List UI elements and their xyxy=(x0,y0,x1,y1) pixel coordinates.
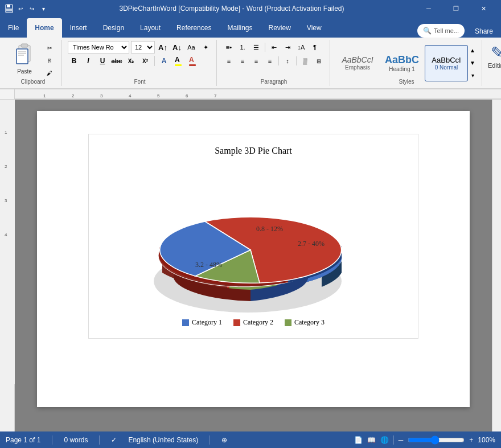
styles-group: AaBbCcI Emphasis AaBbC Heading 1 AaBbCcI… xyxy=(331,40,482,86)
paragraph-group: ≡• 1. ☰ ⇤ ⇥ ↕A ¶ ≡ ≡ ≡ ≡ ↕ ▒ ⊞ Paragraph xyxy=(218,40,330,86)
window-controls: ─ ❐ ✕ xyxy=(416,0,496,17)
proofing-icon[interactable]: ✓ xyxy=(111,436,117,444)
font-name-select[interactable]: Times New Ro xyxy=(68,41,129,54)
svg-rect-17 xyxy=(0,100,15,384)
superscript-button[interactable]: X² xyxy=(139,55,151,67)
tab-review[interactable]: Review xyxy=(260,18,298,38)
align-center-button[interactable]: ≡ xyxy=(236,55,249,67)
increase-indent-button[interactable]: ⇥ xyxy=(281,41,294,54)
title-bar: ↩ ↪ ▾ 3DPieChartInWord [Compatibility Mo… xyxy=(0,0,501,17)
text-highlight-button[interactable]: A xyxy=(172,55,184,67)
chart-container: Sample 3D Pie Chart xyxy=(88,134,418,339)
subscript-button[interactable]: X₂ xyxy=(125,55,137,67)
tell-me-label: Tell me... xyxy=(434,27,459,34)
svg-text:2: 2 xyxy=(72,93,75,98)
font-row-1: Times New Ro 12 A↑ A↓ Aa ✦ xyxy=(68,41,212,54)
style-emphasis[interactable]: AaBbCcI Emphasis xyxy=(336,45,379,81)
tab-insert[interactable]: Insert xyxy=(62,18,95,38)
change-case-button[interactable]: Aa xyxy=(185,41,198,54)
underline-button[interactable]: U xyxy=(96,55,109,67)
legend-color-2 xyxy=(233,319,240,326)
tab-file[interactable]: File xyxy=(0,18,27,38)
svg-text:3: 3 xyxy=(5,198,7,203)
align-left-button[interactable]: ≡ xyxy=(223,55,235,67)
para-row-1: ≡• 1. ☰ ⇤ ⇥ ↕A ¶ xyxy=(223,41,325,54)
cut-button[interactable]: ✂ xyxy=(42,42,57,54)
svg-text:7: 7 xyxy=(214,93,217,98)
decrease-indent-button[interactable]: ⇤ xyxy=(268,41,280,54)
zoom-slider[interactable] xyxy=(408,435,465,445)
restore-button[interactable]: ❐ xyxy=(443,0,469,17)
svg-rect-4 xyxy=(21,44,28,47)
share-button[interactable]: Share xyxy=(467,25,501,38)
tab-references[interactable]: References xyxy=(169,18,219,38)
svg-rect-2 xyxy=(6,9,12,11)
main-area: 1 2 3 4 Sample 3D Pie Chart xyxy=(0,100,501,431)
clear-format-button[interactable]: ✦ xyxy=(199,41,212,54)
style-normal[interactable]: AaBbCcI 0 Normal xyxy=(425,45,468,81)
tab-mailings[interactable]: Mailings xyxy=(219,18,260,38)
tab-view[interactable]: View xyxy=(299,18,330,38)
editing-label: Editing xyxy=(488,62,501,69)
style-heading1[interactable]: AaBbC Heading 1 xyxy=(380,45,424,81)
view-web-icon[interactable]: 🌐 xyxy=(380,436,389,444)
legend-label-2: Category 2 xyxy=(243,318,273,327)
multilevel-list-button[interactable]: ☰ xyxy=(250,41,262,54)
bullets-button[interactable]: ≡• xyxy=(223,41,235,54)
customize-icon[interactable]: ▾ xyxy=(39,4,48,13)
undo-icon[interactable]: ↩ xyxy=(16,4,25,13)
line-spacing-button[interactable]: ↕ xyxy=(281,55,294,67)
legend-item-3: Category 3 xyxy=(285,318,325,327)
font-color-button[interactable]: A xyxy=(186,55,199,67)
justify-button[interactable]: ≡ xyxy=(264,55,276,67)
tab-home[interactable]: Home xyxy=(27,18,61,38)
copy-button[interactable]: ⎘ xyxy=(42,55,57,66)
status-sep-1 xyxy=(52,435,52,445)
strikethrough-button[interactable]: abc xyxy=(110,55,123,67)
status-right: 📄 📖 🌐 ─ + 100% xyxy=(354,435,495,445)
vertical-scrollbar[interactable] xyxy=(492,100,501,431)
redo-icon[interactable]: ↪ xyxy=(27,4,36,13)
font-group: Times New Ro 12 A↑ A↓ Aa ✦ B I U abc X₂ … xyxy=(63,40,217,86)
styles-scroll-up[interactable]: ▲ xyxy=(469,45,477,56)
language: English (United States) xyxy=(128,436,198,444)
text-effect-button[interactable]: A xyxy=(158,55,170,67)
svg-text:2: 2 xyxy=(5,164,7,169)
tab-design[interactable]: Design xyxy=(95,18,132,38)
zoom-in-button[interactable]: + xyxy=(469,436,473,444)
tab-layout[interactable]: Layout xyxy=(132,18,169,38)
ribbon: File Home Insert Design Layout Reference… xyxy=(0,17,501,89)
close-button[interactable]: ✕ xyxy=(470,0,496,17)
quick-access-toolbar: ↩ ↪ ▾ xyxy=(5,4,48,13)
view-read-icon[interactable]: 📖 xyxy=(367,436,376,444)
svg-text:0.8 - 12%: 0.8 - 12% xyxy=(256,225,283,233)
chart-legend: Category 1 Category 2 Category 3 xyxy=(100,318,406,327)
show-formatting-button[interactable]: ¶ xyxy=(309,41,321,54)
zoom-out-button[interactable]: ─ xyxy=(399,436,404,444)
italic-button[interactable]: I xyxy=(82,55,95,67)
sort-button[interactable]: ↕A xyxy=(295,41,307,54)
paste-button[interactable]: Paste xyxy=(9,41,40,76)
pie-chart-final: 2.7 - 40% 3.2 - 48% 0.8 - 12% xyxy=(128,162,379,310)
decrease-font-button[interactable]: A↓ xyxy=(171,41,183,54)
macro-icon[interactable]: ⊕ xyxy=(221,436,227,444)
document-page: Sample 3D Pie Chart xyxy=(37,111,470,407)
shading-button[interactable]: ▒ xyxy=(299,55,311,67)
ruler-corner xyxy=(0,89,15,99)
svg-text:5: 5 xyxy=(157,93,160,98)
bold-button[interactable]: B xyxy=(68,55,80,67)
numbering-button[interactable]: 1. xyxy=(236,41,249,54)
view-print-icon[interactable]: 📄 xyxy=(354,436,363,444)
legend-label-3: Category 3 xyxy=(294,318,325,327)
minimize-button[interactable]: ─ xyxy=(416,0,442,17)
borders-button[interactable]: ⊞ xyxy=(313,55,325,67)
styles-scroll-down[interactable]: ▼ xyxy=(469,57,477,69)
increase-font-button[interactable]: A↑ xyxy=(157,41,169,54)
align-right-button[interactable]: ≡ xyxy=(250,55,262,67)
tell-me-input[interactable]: 🔍 Tell me... xyxy=(417,24,465,38)
svg-text:2.7 - 40%: 2.7 - 40% xyxy=(298,240,325,248)
format-painter-button[interactable]: 🖌 xyxy=(42,67,57,79)
document-area: Sample 3D Pie Chart xyxy=(15,100,492,431)
font-size-select[interactable]: 12 xyxy=(131,41,155,54)
save-icon[interactable] xyxy=(5,4,14,13)
